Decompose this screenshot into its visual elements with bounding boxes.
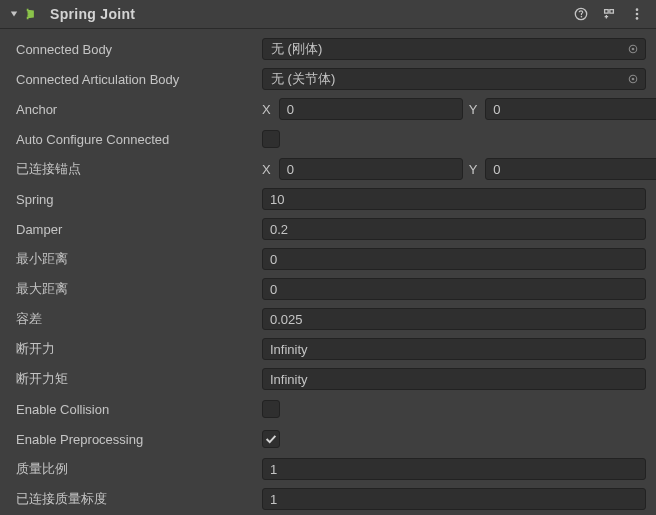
anchor-x-input[interactable] [279, 98, 463, 120]
svg-point-1 [581, 16, 583, 18]
y-label: Y [469, 162, 480, 177]
svg-point-3 [636, 13, 639, 16]
anchor-label: Anchor [16, 102, 262, 117]
object-picker-icon[interactable] [625, 71, 641, 87]
connected-mass-scale-input[interactable] [262, 488, 646, 510]
x-label: X [262, 162, 273, 177]
mass-scale-input[interactable] [262, 458, 646, 480]
auto-configure-connected-checkbox[interactable] [262, 130, 280, 148]
svg-point-4 [636, 17, 639, 20]
connected-anchor-label: 已连接锚点 [16, 160, 262, 178]
min-distance-label: 最小距离 [16, 250, 262, 268]
foldout-toggle-icon[interactable] [8, 8, 20, 20]
preset-icon[interactable] [602, 7, 616, 21]
tolerance-label: 容差 [16, 310, 262, 328]
tolerance-input[interactable] [262, 308, 646, 330]
connected-body-label: Connected Body [16, 42, 262, 57]
component-body: Connected Body 无 (刚体) Connected Articula… [0, 29, 656, 515]
anchor-y-input[interactable] [485, 98, 656, 120]
auto-configure-connected-label: Auto Configure Connected [16, 132, 262, 147]
enable-preprocessing-label: Enable Preprocessing [16, 432, 262, 447]
mass-scale-label: 质量比例 [16, 460, 262, 478]
connected-mass-scale-label: 已连接质量标度 [16, 490, 262, 508]
connected-anchor-y-input[interactable] [485, 158, 656, 180]
enable-preprocessing-checkbox[interactable] [262, 430, 280, 448]
svg-point-2 [636, 8, 639, 11]
max-distance-input[interactable] [262, 278, 646, 300]
damper-input[interactable] [262, 218, 646, 240]
connected-body-field[interactable]: 无 (刚体) [262, 38, 646, 60]
component-header: Spring Joint [0, 0, 656, 29]
y-label: Y [469, 102, 480, 117]
break-force-label: 断开力 [16, 340, 262, 358]
break-torque-label: 断开力矩 [16, 370, 262, 388]
break-torque-input[interactable] [262, 368, 646, 390]
damper-label: Damper [16, 222, 262, 237]
connected-articulation-body-label: Connected Articulation Body [16, 72, 262, 87]
spring-label: Spring [16, 192, 262, 207]
svg-point-6 [632, 48, 635, 51]
break-force-input[interactable] [262, 338, 646, 360]
object-picker-icon[interactable] [625, 41, 641, 57]
component-title: Spring Joint [50, 6, 574, 22]
menu-icon[interactable] [630, 7, 644, 21]
enable-collision-checkbox[interactable] [262, 400, 280, 418]
help-icon[interactable] [574, 7, 588, 21]
min-distance-input[interactable] [262, 248, 646, 270]
x-label: X [262, 102, 273, 117]
spring-joint-icon [24, 6, 40, 22]
svg-point-8 [632, 78, 635, 81]
spring-input[interactable] [262, 188, 646, 210]
connected-anchor-x-input[interactable] [279, 158, 463, 180]
connected-articulation-body-field[interactable]: 无 (关节体) [262, 68, 646, 90]
enable-collision-label: Enable Collision [16, 402, 262, 417]
max-distance-label: 最大距离 [16, 280, 262, 298]
